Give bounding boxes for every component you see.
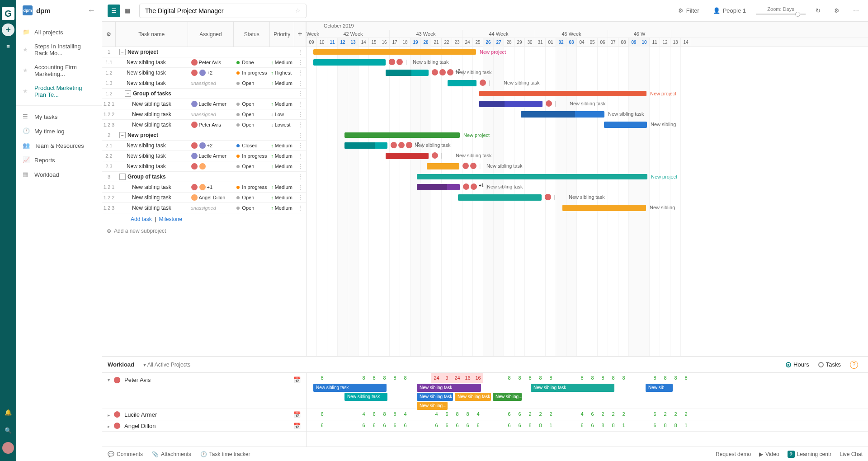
- gantt-bar[interactable]: New sibling task: [521, 111, 604, 118]
- project-title-input[interactable]: ☆: [139, 4, 307, 18]
- task-row[interactable]: 1.2New sibling task+2In progress↑Highest…: [102, 68, 306, 78]
- more-icon[interactable]: ⋯: [849, 5, 863, 16]
- project-title-field[interactable]: [145, 7, 292, 14]
- task-row[interactable]: 1.2−Group of tasks⋮: [102, 89, 306, 99]
- row-menu-icon[interactable]: ⋮: [294, 101, 306, 107]
- row-menu-icon[interactable]: ⋮: [294, 70, 306, 76]
- add-subproject-button[interactable]: ⊕ Add a new subproject: [102, 225, 306, 237]
- workload-task-bar[interactable]: New sibling task: [531, 384, 614, 392]
- calendar-icon[interactable]: 📅: [293, 411, 301, 418]
- task-row[interactable]: 1.3New sibling taskunassignedOpen↑Medium…: [102, 78, 306, 89]
- gantt-bar[interactable]: |New sibling task: [479, 101, 542, 107]
- search-icon[interactable]: 🔍: [2, 424, 14, 437]
- task-row[interactable]: 1.2.3New sibling taskunassignedOpen↑Medi…: [102, 203, 306, 213]
- workload-person-row[interactable]: ▾Peter Avis📅: [102, 373, 306, 409]
- add-column-button[interactable]: +: [294, 22, 306, 47]
- sidebar-all-projects[interactable]: 📁 All projects: [16, 25, 102, 39]
- workload-task-bar[interactable]: New sibling task: [417, 384, 481, 392]
- add-task-link[interactable]: Add task: [131, 216, 152, 222]
- task-row[interactable]: 2−New project⋮: [102, 130, 306, 141]
- people-button[interactable]: 👤People 1: [709, 5, 750, 16]
- gantt-bar[interactable]: |New sibling task: [458, 194, 542, 201]
- chevron-icon[interactable]: ▸: [108, 424, 110, 429]
- gantt-bar[interactable]: |New sibling task: [386, 153, 429, 159]
- collapse-toggle[interactable]: −: [119, 49, 126, 55]
- sidebar-team[interactable]: 👥Team & Resources: [16, 138, 102, 153]
- user-avatar[interactable]: [2, 442, 14, 454]
- task-row[interactable]: 1.2.2New sibling taskAngel DillonOpen↑Me…: [102, 193, 306, 203]
- gantt-bar[interactable]: +2|New sibling task: [386, 70, 429, 76]
- zoom-slider[interactable]: [756, 14, 806, 15]
- collapse-toggle[interactable]: −: [119, 132, 126, 138]
- workload-task-bar[interactable]: New sibling task: [455, 393, 491, 401]
- gantt-bar[interactable]: New project: [344, 132, 460, 138]
- live-chat-link[interactable]: Live Chat: [840, 451, 863, 457]
- column-priority[interactable]: Priority: [270, 22, 294, 47]
- learning-button[interactable]: ?Learning centr: [788, 451, 832, 458]
- row-menu-icon[interactable]: ⋮: [294, 80, 306, 86]
- time-tracker-button[interactable]: 🕐Task time tracker: [200, 451, 250, 457]
- column-assigned[interactable]: Assigned: [188, 22, 234, 47]
- sidebar-starred-item[interactable]: ★ Product Marketing Plan Te...: [16, 81, 102, 102]
- sidebar-workload[interactable]: ▦Workload: [16, 167, 102, 182]
- workload-task-bar[interactable]: New sib: [646, 384, 673, 392]
- gantt-view-button[interactable]: ☰: [108, 5, 120, 17]
- task-row[interactable]: 2.1New sibling task+2Closed↑Medium⋮: [102, 141, 306, 151]
- gantt-bar[interactable]: New project: [313, 49, 476, 55]
- sidebar-my-tasks[interactable]: ☰My tasks: [16, 109, 102, 124]
- app-logo[interactable]: G: [2, 7, 14, 20]
- task-row[interactable]: 2.3New sibling taskOpen↑Medium⋮: [102, 161, 306, 172]
- task-row[interactable]: 1.2.3New sibling taskPeter AvisOpen↓Lowe…: [102, 120, 306, 130]
- workload-person-row[interactable]: ▸Lucile Armer📅: [102, 409, 306, 420]
- gantt-bar[interactable]: |New sibling task: [313, 59, 386, 66]
- task-row[interactable]: 1−New project⋮: [102, 47, 306, 57]
- workload-task-bar[interactable]: New sibling task: [313, 384, 387, 392]
- row-menu-icon[interactable]: ⋮: [294, 132, 306, 138]
- task-row[interactable]: 1.1New sibling taskPeter AvisDone↑Medium…: [102, 57, 306, 68]
- sidebar-starred-item[interactable]: ★ Accounting Firm Marketing...: [16, 60, 102, 81]
- gantt-bar[interactable]: +2|New sibling task: [344, 142, 387, 149]
- help-icon[interactable]: ?: [850, 361, 858, 369]
- settings-icon[interactable]: ⚙: [830, 5, 843, 16]
- hours-radio[interactable]: Hours: [786, 361, 809, 368]
- row-menu-icon[interactable]: ⋮: [294, 111, 306, 118]
- calendar-icon[interactable]: 📅: [293, 376, 301, 383]
- workload-person-row[interactable]: ▸Angel Dillon📅: [102, 420, 306, 432]
- row-menu-icon[interactable]: ⋮: [294, 142, 306, 149]
- row-menu-icon[interactable]: ⋮: [294, 163, 306, 169]
- workload-task-bar[interactable]: New sibling task: [344, 393, 387, 401]
- back-arrow-icon[interactable]: ←: [87, 6, 95, 15]
- row-menu-icon[interactable]: ⋮: [294, 49, 306, 55]
- history-icon[interactable]: ↻: [812, 5, 824, 16]
- row-menu-icon[interactable]: ⋮: [294, 174, 306, 180]
- chevron-icon[interactable]: ▾: [108, 377, 110, 382]
- column-status[interactable]: Status: [234, 22, 270, 47]
- star-icon[interactable]: ☆: [295, 7, 301, 14]
- workload-task-bar[interactable]: New sibling...: [493, 393, 522, 401]
- task-row[interactable]: 1.2.1New sibling taskLucile ArmerOpen↑Me…: [102, 99, 306, 109]
- task-row[interactable]: 1.2.1New sibling task+1In progress↑Mediu…: [102, 182, 306, 193]
- filter-button[interactable]: ⚙Filter: [675, 5, 703, 16]
- sidebar-my-time-log[interactable]: 🕐My time log: [16, 124, 102, 138]
- gantt-bar[interactable]: |New sibling task: [448, 80, 476, 86]
- request-demo-link[interactable]: Request demo: [716, 451, 751, 457]
- bell-icon[interactable]: 🔔: [2, 406, 14, 419]
- row-menu-icon[interactable]: ⋮: [294, 59, 306, 66]
- gantt-bar[interactable]: +1|New sibling task: [417, 184, 460, 190]
- task-row[interactable]: 1.2.2New sibling taskunassignedOpen↓Low⋮: [102, 109, 306, 120]
- board-view-button[interactable]: ▦: [121, 5, 134, 17]
- milestone-link[interactable]: Milestone: [159, 216, 182, 222]
- settings-column-icon[interactable]: ⚙: [102, 22, 116, 47]
- sidebar-reports[interactable]: 📈Reports: [16, 153, 102, 167]
- gantt-bar[interactable]: New sibling: [604, 122, 647, 128]
- collapse-toggle[interactable]: −: [125, 90, 131, 97]
- gantt-bar[interactable]: New project: [417, 174, 647, 179]
- row-menu-icon[interactable]: ⋮: [294, 205, 306, 211]
- add-icon[interactable]: +: [2, 24, 14, 36]
- column-task-name[interactable]: Task name: [116, 22, 188, 47]
- row-menu-icon[interactable]: ⋮: [294, 90, 306, 97]
- calendar-icon[interactable]: 📅: [293, 423, 301, 429]
- gantt-bar[interactable]: New sibling: [562, 205, 646, 211]
- workload-task-bar[interactable]: New sibling task: [417, 393, 453, 401]
- collapse-toggle[interactable]: −: [119, 174, 126, 180]
